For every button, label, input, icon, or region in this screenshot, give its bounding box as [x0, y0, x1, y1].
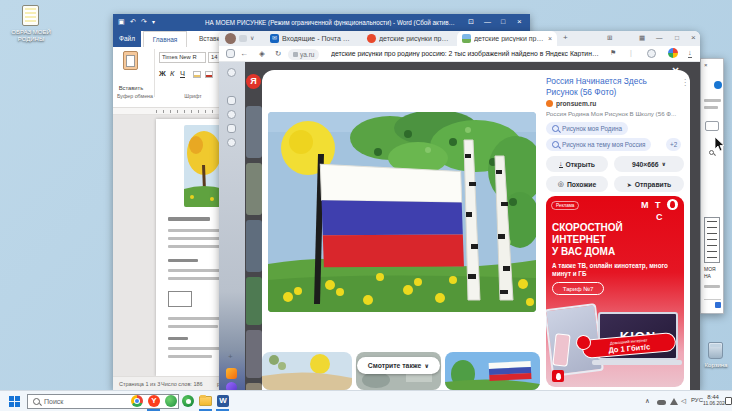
more-menu-icon[interactable]: ⋮: [681, 78, 689, 87]
result-title-link[interactable]: Россия Начинается Здесь Рисунок (56 Фото…: [546, 76, 678, 97]
ribbon-options-icon[interactable]: ⊡: [468, 18, 474, 26]
sidebar-history-icon[interactable]: [227, 110, 236, 119]
open-button[interactable]: ↓ Открыть: [546, 156, 608, 172]
viewer-close-icon[interactable]: ×: [672, 64, 679, 78]
sidebar-bookmarks-icon[interactable]: [227, 96, 236, 105]
yandex-mail-icon[interactable]: [226, 368, 237, 379]
save-icon[interactable]: ▣: [118, 18, 125, 26]
mts-logo-c: С: [656, 212, 663, 222]
size-dropdown-button[interactable]: 940×666 ∨: [614, 156, 684, 172]
undo-icon[interactable]: ↶: [130, 18, 136, 26]
font-name-box[interactable]: Times New R: [159, 52, 206, 63]
word-tab-file[interactable]: Файл: [113, 31, 141, 47]
profile-sync-icon[interactable]: [668, 48, 678, 58]
viewer-main-image[interactable]: [268, 112, 536, 312]
tiles-icon[interactable]: ▦: [639, 34, 645, 42]
text-line-skeleton: [704, 99, 721, 102]
volume-icon[interactable]: ◁: [681, 397, 686, 405]
taskbar-app-icon-green2[interactable]: [182, 395, 194, 407]
mini-close-icon[interactable]: ×: [704, 62, 708, 68]
tariff-button[interactable]: Тариф №7: [552, 282, 604, 295]
address-query-text[interactable]: детские рисунки про родину россию: 2 тыс…: [331, 50, 599, 57]
quick-access-dropdown-icon[interactable]: ▾: [152, 18, 155, 25]
alice-icon[interactable]: [226, 382, 237, 390]
taskbar-explorer-icon[interactable]: [199, 396, 212, 406]
tab-panels-icon[interactable]: ⊞: [607, 34, 612, 42]
taskbar-app-icon-green[interactable]: [165, 395, 177, 407]
highlight-button[interactable]: [193, 71, 201, 78]
share-button[interactable]: ➤ Отправить: [614, 176, 684, 192]
see-also-button[interactable]: Смотрите также ∨: [357, 357, 440, 374]
taskbar-chrome-icon[interactable]: [131, 395, 143, 407]
extension-icon[interactable]: [647, 49, 656, 58]
dimmed-thumbnail: [246, 383, 262, 390]
profile-avatar[interactable]: [225, 33, 236, 44]
tab-search-1[interactable]: детские рисунки про ро...: [362, 31, 455, 46]
maximize-icon[interactable]: □: [501, 18, 505, 25]
mini-statusbar: [704, 299, 721, 308]
tab-groups-icon[interactable]: [239, 35, 247, 42]
related-thumbnail[interactable]: [262, 352, 352, 390]
start-button[interactable]: [9, 396, 20, 407]
tab-mail[interactable]: ✉ Входящие - Почта Mail.ru: [265, 31, 360, 46]
result-description: Россия Родина Моя Рисунок В Школу (56 Ф.…: [546, 110, 684, 117]
maximize-icon[interactable]: □: [675, 34, 679, 41]
text-line-skeleton: [168, 337, 188, 340]
back-icon[interactable]: ←: [240, 49, 248, 58]
redo-icon[interactable]: ↷: [141, 18, 147, 26]
taskbar-yandex-icon[interactable]: Y: [148, 395, 160, 407]
tag-chip[interactable]: Рисунок на тему моя Россия: [546, 138, 651, 151]
sidebar-services-icon[interactable]: [227, 68, 236, 77]
related-thumbnail[interactable]: [445, 352, 540, 390]
close-icon[interactable]: ×: [691, 33, 696, 42]
font-color-button[interactable]: [205, 71, 213, 78]
language-indicator[interactable]: РУС: [691, 397, 703, 403]
download-icon: ↓: [559, 160, 563, 168]
paste-button-label[interactable]: Вставить: [115, 85, 147, 91]
side-mini-window[interactable]: × МОЯ НА: [700, 58, 724, 314]
minimize-icon[interactable]: —: [656, 34, 663, 41]
open-button-label: Открыть: [566, 161, 595, 168]
notifications-icon[interactable]: [725, 397, 732, 405]
status-word-count[interactable]: Число слов: 186: [161, 381, 203, 387]
close-icon[interactable]: ×: [517, 17, 522, 26]
browser-window: ∨ ✉ Входящие - Почта Mail.ru детские рис…: [219, 31, 700, 390]
bookmark-flag-icon[interactable]: ⚑: [610, 49, 616, 57]
network-icon[interactable]: [670, 398, 678, 405]
protect-icon[interactable]: ◈: [259, 49, 265, 58]
sidebar-toggle-icon[interactable]: [226, 49, 235, 58]
word-titlebar[interactable]: ▣ ↶ ↷ ▾ НА МОЕМ РИСУНКЕ (Режим ограничен…: [113, 14, 530, 31]
minimize-icon[interactable]: —: [484, 18, 491, 25]
sidebar-add-icon[interactable]: +: [228, 352, 233, 361]
profile-chevron-icon[interactable]: ∨: [250, 34, 254, 41]
mini-accent-button[interactable]: [715, 302, 721, 308]
site-chip-icon: [293, 52, 298, 57]
document-picture[interactable]: [184, 125, 224, 207]
underline-button[interactable]: Ч: [180, 69, 185, 78]
mts-ad-banner[interactable]: Реклама М Т С СКОРОСТНОЙ ИНТЕРНЕТ У ВАС …: [546, 196, 684, 387]
word-tab-home[interactable]: Главная: [143, 31, 187, 47]
mini-field[interactable]: [705, 121, 719, 131]
taskbar-word-icon[interactable]: W: [217, 395, 229, 407]
tab-close-icon[interactable]: ×: [548, 35, 552, 42]
tab-label: детские рисунки про р...: [474, 35, 545, 42]
sidebar-extensions-icon[interactable]: [227, 138, 236, 147]
downloads-icon[interactable]: ↓: [688, 49, 692, 58]
dimmed-thumbnail: [246, 106, 262, 158]
tab-images-active[interactable]: детские рисунки про р... ×: [457, 31, 557, 46]
status-page-count[interactable]: Страница 1 из 3: [119, 381, 160, 387]
italic-button[interactable]: К: [170, 69, 174, 78]
refresh-icon[interactable]: ↻: [275, 49, 281, 58]
new-tab-icon[interactable]: +: [563, 33, 568, 42]
site-chip[interactable]: ya.ru: [288, 49, 319, 60]
more-tags-chip[interactable]: +2: [666, 138, 681, 151]
source-row[interactable]: pronsuem.ru: [546, 99, 596, 107]
bold-button[interactable]: Ж: [159, 69, 166, 78]
tag-chip[interactable]: Рисунок моя Родина: [546, 122, 628, 135]
tray-expand-icon[interactable]: ∧: [645, 397, 650, 405]
paste-icon[interactable]: [123, 51, 138, 70]
similar-button[interactable]: ◎ Похожие: [546, 176, 608, 192]
clock[interactable]: 8:44 11.06.2024: [703, 394, 723, 406]
sidebar-downloads-icon[interactable]: [227, 124, 236, 133]
onedrive-cloud-icon[interactable]: [657, 400, 666, 405]
